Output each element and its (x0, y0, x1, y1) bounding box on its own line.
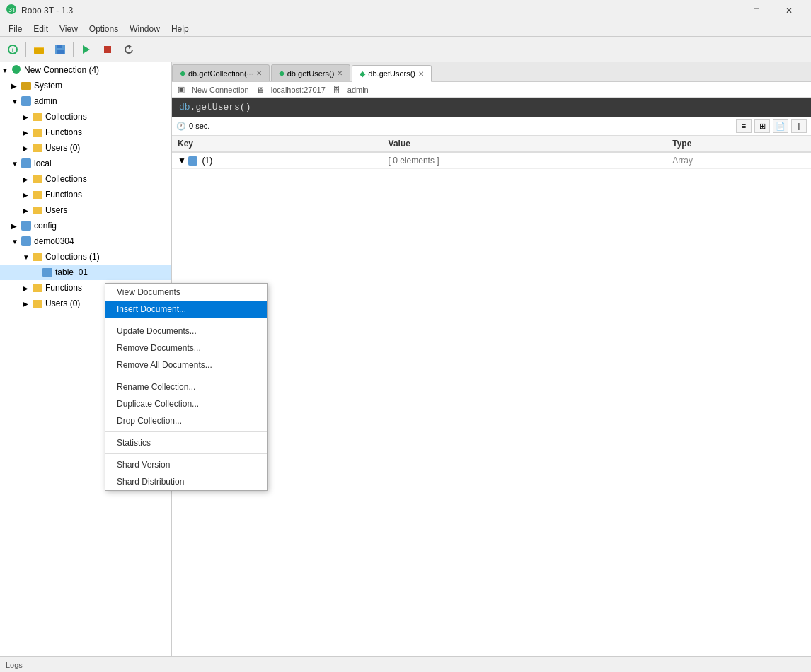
sidebar-item-admin-functions[interactable]: ▶ Functions (0, 124, 171, 140)
sidebar-item-label: Users (45, 205, 67, 215)
menu-bar: File Edit View Options Window Help (0, 21, 811, 37)
tab-bar: ◆ db.getCollection(··· ✕ ◆ db.getUsers()… (172, 62, 811, 82)
ctx-remove-all-documents[interactable]: Remove All Documents... (105, 357, 267, 373)
sidebar-item-local-functions[interactable]: ▶ Functions (0, 187, 171, 202)
sidebar-item-new-connection[interactable]: ▼ New Connection (4) (0, 62, 171, 78)
tab-icon: ◆ (279, 69, 284, 78)
sidebar-item-system[interactable]: ▶ System (0, 78, 171, 93)
result-view-btn-3[interactable]: 📄 (773, 119, 788, 133)
table-icon (42, 268, 52, 277)
tab-label: db.getCollection(··· (188, 69, 253, 78)
ctx-shard-version[interactable]: Shard Version (105, 456, 267, 473)
minimize-button[interactable]: — (708, 0, 740, 21)
ctx-statistics[interactable]: Statistics (105, 434, 267, 451)
query-fn: getUsers (195, 102, 239, 112)
menu-file[interactable]: File (3, 23, 28, 35)
tab-label: db.getUsers() (287, 69, 335, 78)
toolbar-separator-1 (25, 42, 26, 57)
refresh-button[interactable] (119, 40, 139, 59)
tab-2[interactable]: ◆ db.getUsers() ✕ (271, 64, 351, 81)
toolbar: + (0, 37, 811, 62)
result-view-btn-1[interactable]: ≡ (736, 119, 752, 133)
sidebar-item-config[interactable]: ▶ config (0, 218, 171, 233)
arrow-icon: ▶ (23, 144, 33, 152)
menu-edit[interactable]: Edit (28, 23, 54, 35)
arrow-icon: ▶ (23, 191, 33, 199)
ctx-remove-documents[interactable]: Remove Documents... (105, 340, 267, 357)
open-button[interactable] (29, 40, 49, 59)
db-icon (21, 96, 31, 106)
svg-marker-9 (83, 45, 90, 54)
query-bar[interactable]: db.getUsers() (172, 98, 811, 117)
menu-options[interactable]: Options (84, 23, 124, 35)
menu-help[interactable]: Help (166, 23, 195, 35)
new-connection-button[interactable]: + (3, 40, 23, 59)
sidebar-item-table01[interactable]: ▶ table_01 (0, 265, 171, 280)
tab-icon: ◆ (180, 69, 185, 78)
sidebar-item-admin-collections[interactable]: ▶ Collections (0, 109, 171, 124)
tab-close-2[interactable]: ✕ (337, 69, 343, 77)
ctx-view-documents[interactable]: View Documents (105, 284, 267, 301)
sidebar-item-label: Users (0) (45, 299, 80, 308)
sidebar-item-local[interactable]: ▼ local (0, 156, 171, 171)
sidebar-item-admin[interactable]: ▼ admin (0, 93, 171, 109)
tab-3[interactable]: ◆ db.getUsers() ✕ (352, 65, 432, 82)
row-key: (1) (202, 156, 213, 166)
row-type: Array (667, 152, 811, 169)
tab-close-1[interactable]: ✕ (256, 69, 262, 77)
menu-view[interactable]: View (54, 23, 84, 35)
save-button[interactable] (50, 40, 70, 59)
folder-icon (33, 191, 42, 199)
arrow-icon: ▶ (23, 175, 33, 183)
svg-rect-7 (57, 45, 62, 48)
sidebar-item-label: Collections (45, 112, 87, 122)
ctx-rename-collection[interactable]: Rename Collection... (105, 378, 267, 395)
ctx-insert-document[interactable]: Insert Document... (105, 301, 267, 318)
result-time: 0 sec. (189, 122, 209, 130)
app-icon: 3T (6, 4, 17, 17)
tab-close-3[interactable]: ✕ (418, 70, 424, 78)
stop-button[interactable] (98, 40, 117, 59)
result-view-btn-2[interactable]: ⊞ (754, 119, 770, 133)
folder-icon (33, 207, 42, 214)
sidebar-item-local-users[interactable]: ▶ Users (0, 202, 171, 218)
window-controls: — □ ✕ (708, 0, 805, 21)
db-icon (21, 236, 31, 246)
sidebar-item-admin-users[interactable]: ▶ Users (0) (0, 140, 171, 156)
close-button[interactable]: ✕ (773, 0, 805, 21)
sidebar-item-local-collections[interactable]: ▶ Collections (0, 171, 171, 187)
ctx-separator-3 (105, 431, 267, 432)
table-row: ▼ (1) [ 0 elements ] Array (172, 152, 811, 169)
maximize-button[interactable]: □ (740, 0, 773, 21)
conn-icon: ▣ (178, 85, 185, 94)
ctx-drop-collection[interactable]: Drop Collection... (105, 412, 267, 429)
sidebar-item-label: table_01 (55, 267, 88, 277)
query-text: db (179, 102, 190, 112)
arrow-icon: ▶ (11, 222, 21, 230)
toolbar-separator-2 (73, 42, 74, 57)
sidebar-item-label: Functions (45, 127, 82, 137)
arrow-icon: ▼ (11, 98, 21, 105)
db-label: admin (347, 86, 369, 94)
sidebar-item-label: System (34, 81, 62, 91)
ctx-update-documents[interactable]: Update Documents... (105, 323, 267, 340)
sidebar-item-label: admin (34, 96, 57, 106)
arrow-icon: ▶ (23, 113, 33, 121)
folder-icon (33, 175, 42, 183)
folder-icon (33, 144, 42, 152)
tab-1[interactable]: ◆ db.getCollection(··· ✕ (172, 64, 270, 81)
status-bar: Logs (0, 656, 811, 672)
arrow-icon: ▶ (23, 129, 33, 137)
sidebar-item-label: Collections (45, 174, 87, 184)
db-badge-icon: 🗄 (333, 86, 340, 94)
result-view-btn-4[interactable]: | (791, 119, 807, 133)
row-expand-arrow[interactable]: ▼ (178, 156, 188, 166)
ctx-shard-distribution[interactable]: Shard Distribution (105, 473, 267, 490)
sidebar-item-demo0304[interactable]: ▼ demo0304 (0, 233, 171, 249)
host-icon: 🖥 (256, 86, 264, 94)
run-button[interactable] (76, 40, 96, 59)
ctx-duplicate-collection[interactable]: Duplicate Collection... (105, 395, 267, 412)
sidebar-item-demo-collections[interactable]: ▼ Collections (1) (0, 249, 171, 265)
menu-window[interactable]: Window (124, 23, 166, 35)
arrow-icon: ▼ (1, 66, 11, 74)
